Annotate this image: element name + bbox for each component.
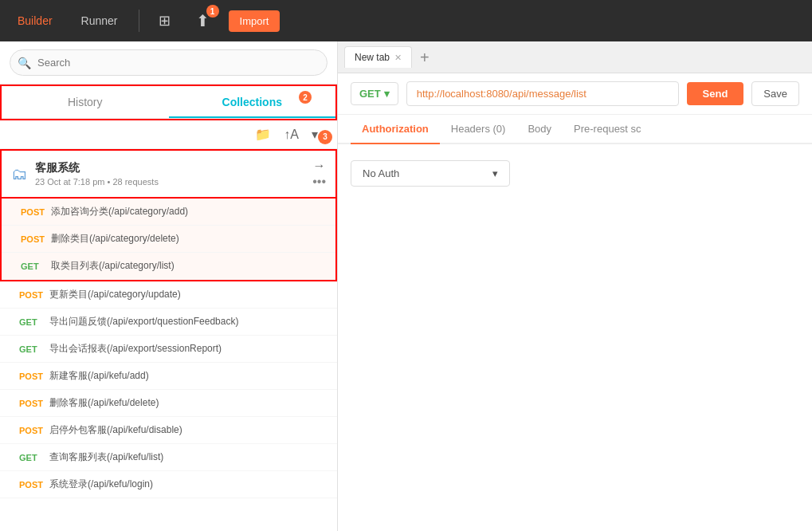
api-path: 导出会话报表(/api/export/sessionReport) bbox=[49, 342, 222, 356]
tab-body[interactable]: Body bbox=[516, 115, 563, 143]
collection-arrow-btn[interactable]: → bbox=[312, 159, 326, 173]
api-path: 系统登录(/api/kefu/login) bbox=[49, 478, 153, 491]
toolbar-separator bbox=[139, 10, 139, 32]
auth-panel: No Auth ▾ bbox=[338, 144, 812, 203]
no-auth-chevron: ▾ bbox=[492, 167, 498, 179]
tab-authorization[interactable]: Authorization bbox=[351, 115, 440, 143]
tabs-wrapper: History Collections 2 bbox=[0, 85, 337, 120]
search-input[interactable] bbox=[10, 49, 328, 76]
collection-meta: 23 Oct at 7:18 pm • 28 requests bbox=[35, 177, 304, 187]
method-badge-post: POST bbox=[21, 207, 51, 217]
api-path: 查询客服列表(/api/kefu/list) bbox=[49, 450, 163, 464]
collection-actions: → ••• bbox=[312, 159, 326, 189]
api-path: 添加咨询分类(/api/category/add) bbox=[51, 205, 188, 218]
highlighted-api-group: POST 添加咨询分类(/api/category/add) POST 删除类目… bbox=[0, 199, 337, 281]
api-item[interactable]: POST 系统登录(/api/kefu/login) bbox=[0, 471, 337, 498]
api-path: 取类目列表(/api/category/list) bbox=[51, 259, 175, 273]
api-item[interactable]: POST 添加咨询分类(/api/category/add) bbox=[2, 199, 335, 226]
api-path: 删除客服(/api/kefu/delete) bbox=[49, 396, 159, 410]
tab-prerequest[interactable]: Pre-request sc bbox=[563, 115, 653, 143]
no-auth-label: No Auth bbox=[363, 167, 399, 179]
tabs-row: History Collections 2 bbox=[2, 86, 335, 119]
sidebar-badge-3: 3 bbox=[318, 130, 332, 144]
req-tab-label: New tab bbox=[355, 52, 390, 63]
api-item[interactable]: POST 启停外包客服(/api/kefu/disable) bbox=[0, 417, 337, 444]
method-badge-post: POST bbox=[19, 372, 49, 381]
collection-list: 🗂 客服系统 23 Oct at 7:18 pm • 28 requests →… bbox=[0, 149, 337, 531]
new-window-icon: ⊞ bbox=[159, 13, 171, 29]
method-badge-post: POST bbox=[21, 234, 51, 244]
collection-header[interactable]: 🗂 客服系统 23 Oct at 7:18 pm • 28 requests →… bbox=[0, 149, 337, 199]
url-input[interactable] bbox=[406, 81, 679, 106]
collections-tab[interactable]: Collections bbox=[169, 86, 336, 118]
history-tab[interactable]: History bbox=[2, 86, 169, 118]
collection-folder-icon: 🗂 bbox=[11, 165, 27, 183]
method-dropdown-icon: ▾ bbox=[384, 88, 390, 100]
new-folder-btn[interactable]: 📁 bbox=[252, 125, 274, 144]
method-badge-post: POST bbox=[19, 480, 49, 490]
api-item[interactable]: GET 查询客服列表(/api/kefu/list) bbox=[0, 444, 337, 471]
api-item[interactable]: GET 导出会话报表(/api/export/sessionReport) bbox=[0, 336, 337, 363]
sidebar-toolbar: 📁 ↑A ▾ 3 bbox=[0, 120, 337, 149]
method-badge-get: GET bbox=[19, 453, 49, 462]
search-bar: 🔍 bbox=[0, 41, 337, 85]
runner-tab[interactable]: Runner bbox=[73, 10, 126, 32]
api-item[interactable]: POST 删除类目(/api/category/delete) bbox=[2, 226, 335, 253]
api-item[interactable]: POST 更新类目(/api/category/update) bbox=[0, 281, 337, 309]
add-tab-btn[interactable]: + bbox=[415, 48, 434, 67]
toolbar: Builder Runner ⊞ ⬆ 1 Import bbox=[0, 0, 812, 41]
collection-info: 客服系统 23 Oct at 7:18 pm • 28 requests bbox=[35, 161, 304, 187]
method-select[interactable]: GET ▾ bbox=[351, 82, 398, 105]
import-button[interactable]: Import bbox=[229, 10, 280, 32]
api-path: 新建客服(/api/kefu/add) bbox=[49, 369, 149, 383]
request-tab-active[interactable]: New tab ✕ bbox=[344, 46, 412, 68]
tab-headers[interactable]: Headers (0) bbox=[440, 115, 517, 143]
collection-more-btn[interactable]: ••• bbox=[312, 175, 326, 189]
api-item[interactable]: GET 导出问题反馈(/api/export/questionFeedback) bbox=[0, 309, 337, 336]
collection-name: 客服系统 bbox=[35, 161, 304, 175]
method-badge-get: GET bbox=[19, 344, 49, 354]
send-button[interactable]: Send bbox=[687, 82, 744, 105]
api-item[interactable]: GET 取类目列表(/api/category/list) bbox=[2, 253, 335, 280]
method-badge-post: POST bbox=[19, 426, 49, 435]
request-tabs-bar: New tab ✕ + bbox=[338, 41, 812, 73]
url-bar: GET ▾ Send Save bbox=[338, 73, 812, 115]
import-icon-btn[interactable]: ⬆ 1 bbox=[190, 8, 216, 33]
builder-tab[interactable]: Builder bbox=[10, 10, 61, 32]
import-badge: 1 bbox=[206, 5, 219, 18]
api-path: 启停外包客服(/api/kefu/disable) bbox=[49, 423, 182, 437]
search-wrap: 🔍 bbox=[10, 49, 328, 76]
req-tab-close[interactable]: ✕ bbox=[394, 53, 402, 63]
api-path: 更新类目(/api/category/update) bbox=[49, 288, 181, 301]
request-nav: Authorization Headers (0) Body Pre-reque… bbox=[338, 115, 812, 144]
sort-btn[interactable]: ↑A bbox=[280, 126, 302, 144]
api-path: 删除类目(/api/category/delete) bbox=[51, 232, 179, 246]
save-button[interactable]: Save bbox=[751, 81, 799, 106]
api-item[interactable]: POST 删除客服(/api/kefu/delete) bbox=[0, 390, 337, 417]
new-tab-icon-btn[interactable]: ⊞ bbox=[152, 9, 177, 33]
method-badge-post: POST bbox=[19, 290, 49, 300]
method-badge-get: GET bbox=[21, 262, 51, 271]
right-panel: New tab ✕ + GET ▾ Send Save Authorizatio… bbox=[338, 41, 812, 531]
method-badge-get: GET bbox=[19, 317, 49, 327]
api-path: 导出问题反馈(/api/export/questionFeedback) bbox=[49, 315, 238, 328]
main-layout: 🔍 History Collections 2 📁 ↑A ▾ 3 bbox=[0, 41, 812, 531]
sidebar: 🔍 History Collections 2 📁 ↑A ▾ 3 bbox=[0, 41, 338, 531]
method-badge-post: POST bbox=[19, 399, 49, 408]
no-auth-select[interactable]: No Auth ▾ bbox=[351, 160, 510, 187]
api-item[interactable]: POST 新建客服(/api/kefu/add) bbox=[0, 363, 337, 390]
tab-badge-2: 2 bbox=[299, 91, 312, 104]
method-value: GET bbox=[359, 88, 381, 100]
search-icon: 🔍 bbox=[18, 57, 31, 69]
